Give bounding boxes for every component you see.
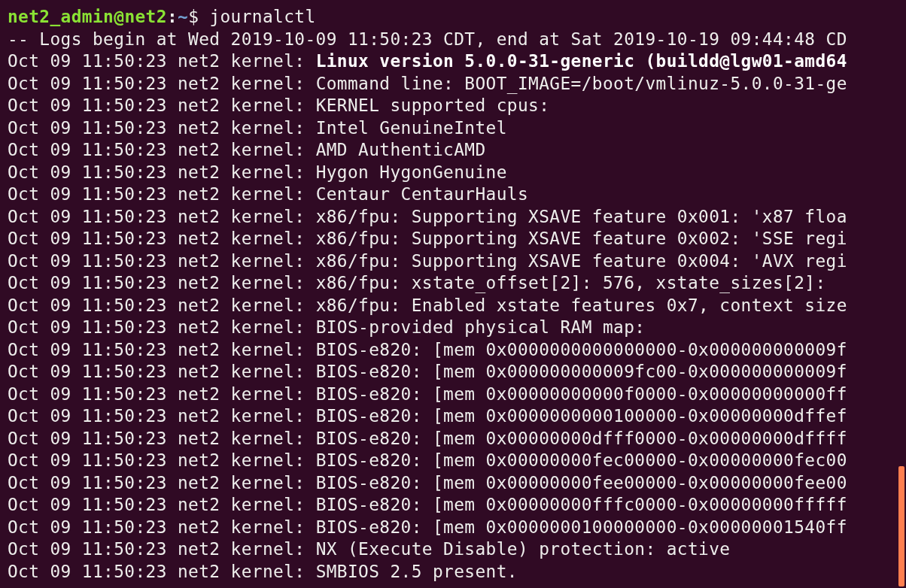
log-message: Hygon HygonGenuine — [316, 162, 507, 182]
log-line: Oct 09 11:50:23 net2 kernel: BIOS-e820: … — [8, 450, 898, 472]
log-line: Oct 09 11:50:23 net2 kernel: x86/fpu: Su… — [8, 228, 898, 250]
log-line: Oct 09 11:50:23 net2 kernel: x86/fpu: Su… — [8, 250, 898, 273]
log-prefix: Oct 09 11:50:23 net2 kernel: — [8, 51, 316, 71]
log-message: BIOS-provided physical RAM map: — [316, 317, 646, 337]
log-line: Oct 09 11:50:23 net2 kernel: KERNEL supp… — [8, 95, 898, 117]
log-prefix: Oct 09 11:50:23 net2 kernel: — [8, 95, 316, 115]
log-message: x86/fpu: Supporting XSAVE feature 0x004:… — [316, 251, 847, 271]
prompt-line: net2_admin@net2:~$ journalctl — [8, 6, 898, 29]
log-line: Oct 09 11:50:23 net2 kernel: BIOS-e820: … — [8, 383, 898, 406]
log-message: BIOS-e820: [mem 0x00000000fffc0000-0x000… — [316, 495, 847, 514]
log-line: Oct 09 11:50:23 net2 kernel: Hygon Hygon… — [8, 162, 898, 184]
log-prefix: Oct 09 11:50:23 net2 kernel: — [8, 74, 316, 93]
log-message: BIOS-e820: [mem 0x0000000000000000-0x000… — [316, 340, 847, 359]
log-prefix: Oct 09 11:50:23 net2 kernel: — [8, 229, 316, 248]
log-line: Oct 09 11:50:23 net2 kernel: BIOS-e820: … — [8, 361, 898, 383]
prompt-user: net2_admin — [8, 7, 114, 26]
log-message: x86/fpu: Supporting XSAVE feature 0x001:… — [316, 207, 847, 226]
log-prefix: Oct 09 11:50:23 net2 kernel: — [8, 140, 316, 159]
log-message: AMD AuthenticAMD — [316, 140, 486, 159]
log-message: BIOS-e820: [mem 0x00000000dfff0000-0x000… — [316, 429, 847, 448]
log-prefix: Oct 09 11:50:23 net2 kernel: — [8, 362, 316, 381]
log-message: BIOS-e820: [mem 0x000000000009fc00-0x000… — [316, 362, 847, 381]
log-message: KERNEL supported cpus: — [316, 95, 550, 115]
log-line: Oct 09 11:50:23 net2 kernel: BIOS-e820: … — [8, 494, 898, 517]
log-prefix: Oct 09 11:50:23 net2 kernel: — [8, 406, 316, 426]
log-prefix: Oct 09 11:50:23 net2 kernel: — [8, 162, 316, 182]
log-message: Intel GenuineIntel — [316, 118, 507, 138]
log-prefix: Oct 09 11:50:23 net2 kernel: — [8, 562, 316, 581]
log-line: Oct 09 11:50:23 net2 kernel: BIOS-e820: … — [8, 339, 898, 362]
log-message: x86/fpu: Supporting XSAVE feature 0x002:… — [316, 229, 847, 248]
log-line: Oct 09 11:50:23 net2 kernel: Command lin… — [8, 73, 898, 95]
log-line: Oct 09 11:50:23 net2 kernel: BIOS-e820: … — [8, 428, 898, 450]
log-prefix: Oct 09 11:50:23 net2 kernel: — [8, 317, 316, 337]
log-line: Oct 09 11:50:23 net2 kernel: AMD Authent… — [8, 139, 898, 162]
log-line: Oct 09 11:50:23 net2 kernel: BIOS-provid… — [8, 317, 898, 339]
log-prefix: Oct 09 11:50:23 net2 kernel: — [8, 207, 316, 226]
log-prefix: Oct 09 11:50:23 net2 kernel: — [8, 273, 316, 292]
scrollbar-thumb[interactable] — [898, 466, 904, 586]
prompt-path: ~ — [178, 7, 188, 26]
log-message: Command line: BOOT_IMAGE=/boot/vmlinuz-5… — [316, 74, 847, 93]
terminal-output[interactable]: net2_admin@net2:~$ journalctl -- Logs be… — [0, 0, 906, 583]
log-prefix: Oct 09 11:50:23 net2 kernel: — [8, 495, 316, 514]
log-line: Oct 09 11:50:23 net2 kernel: NX (Execute… — [8, 538, 898, 561]
prompt-at: @ — [114, 7, 124, 26]
log-prefix: Oct 09 11:50:23 net2 kernel: — [8, 473, 316, 493]
log-line: Oct 09 11:50:23 net2 kernel: Centaur Cen… — [8, 183, 898, 206]
log-header: -- Logs begin at Wed 2019-10-09 11:50:23… — [8, 29, 898, 51]
log-prefix: Oct 09 11:50:23 net2 kernel: — [8, 184, 316, 204]
log-line-first: Oct 09 11:50:23 net2 kernel: Linux versi… — [8, 50, 898, 73]
log-prefix: Oct 09 11:50:23 net2 kernel: — [8, 296, 316, 315]
prompt-host: net2 — [124, 7, 167, 26]
log-prefix: Oct 09 11:50:23 net2 kernel: — [8, 340, 316, 359]
log-line: Oct 09 11:50:23 net2 kernel: BIOS-e820: … — [8, 405, 898, 428]
log-message: BIOS-e820: [mem 0x00000000fec00000-0x000… — [316, 450, 847, 470]
log-prefix: Oct 09 11:50:23 net2 kernel: — [8, 517, 316, 537]
log-message: SMBIOS 2.5 present. — [316, 562, 518, 581]
log-line: Oct 09 11:50:23 net2 kernel: x86/fpu: En… — [8, 295, 898, 317]
log-prefix: Oct 09 11:50:23 net2 kernel: — [8, 384, 316, 404]
log-message: x86/fpu: xstate_offset[2]: 576, xstate_s… — [316, 273, 826, 292]
log-line: Oct 09 11:50:23 net2 kernel: Intel Genui… — [8, 117, 898, 140]
log-message: x86/fpu: Enabled xstate features 0x7, co… — [316, 296, 847, 315]
log-line: Oct 09 11:50:23 net2 kernel: x86/fpu: xs… — [8, 272, 898, 295]
log-prefix: Oct 09 11:50:23 net2 kernel: — [8, 118, 316, 138]
prompt-colon: : — [167, 7, 178, 26]
prompt-symbol: $ — [188, 7, 209, 26]
log-line: Oct 09 11:50:23 net2 kernel: BIOS-e820: … — [8, 517, 898, 539]
log-message: BIOS-e820: [mem 0x00000000fee00000-0x000… — [316, 473, 847, 493]
log-message: Centaur CentaurHauls — [316, 184, 529, 204]
command-text: journalctl — [209, 7, 315, 26]
log-prefix: Oct 09 11:50:23 net2 kernel: — [8, 539, 316, 559]
log-prefix: Oct 09 11:50:23 net2 kernel: — [8, 450, 316, 470]
log-prefix: Oct 09 11:50:23 net2 kernel: — [8, 251, 316, 271]
log-line: Oct 09 11:50:23 net2 kernel: SMBIOS 2.5 … — [8, 561, 898, 583]
log-line: Oct 09 11:50:23 net2 kernel: BIOS-e820: … — [8, 472, 898, 495]
log-prefix: Oct 09 11:50:23 net2 kernel: — [8, 429, 316, 448]
log-message: BIOS-e820: [mem 0x0000000000100000-0x000… — [316, 406, 847, 426]
log-message: BIOS-e820: [mem 0x0000000100000000-0x000… — [316, 517, 847, 537]
log-message: BIOS-e820: [mem 0x00000000000f0000-0x000… — [316, 384, 847, 404]
log-message-bold: Linux version 5.0.0-31-generic (buildd@l… — [316, 51, 847, 71]
log-message: NX (Execute Disable) protection: active — [316, 539, 731, 559]
log-line: Oct 09 11:50:23 net2 kernel: x86/fpu: Su… — [8, 206, 898, 229]
